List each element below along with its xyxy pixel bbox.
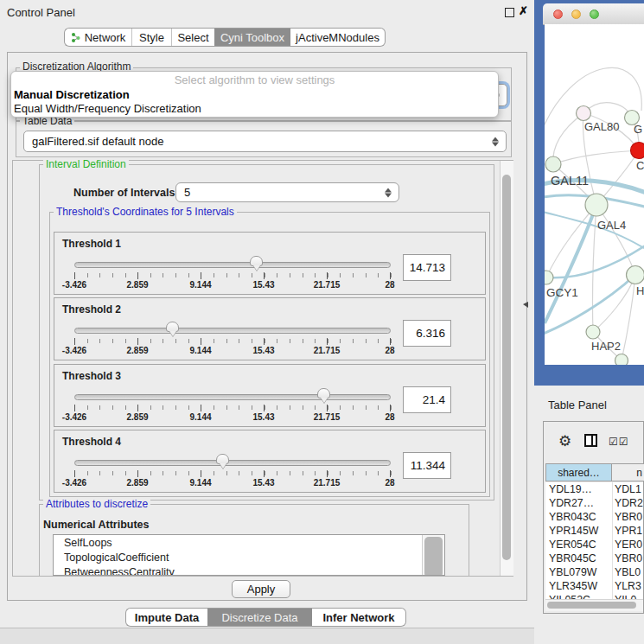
tick-label: 28 xyxy=(385,478,394,488)
table-row[interactable]: YBL079WYBL0 xyxy=(545,565,643,579)
close-traffic-light-icon[interactable] xyxy=(553,10,563,19)
slider-ticks xyxy=(74,272,392,279)
table-row[interactable]: YBR045CYBR0 xyxy=(545,552,643,565)
control-panel-window: Control Panel ✗ Network Style Select Cyn… xyxy=(0,0,535,644)
threshold-2-slider-track[interactable] xyxy=(74,328,391,334)
table-settings-gear-icon[interactable]: ⚙ xyxy=(558,432,571,450)
threshold-4-value-field[interactable]: 11.344 xyxy=(403,452,451,479)
column-header-shared-name[interactable]: shared… xyxy=(545,463,612,481)
node-selected-red[interactable] xyxy=(631,143,644,159)
table-horizontal-scrollbar[interactable] xyxy=(545,599,643,611)
tick-label: 15.43 xyxy=(252,478,274,488)
node-label-gcy1: GCY1 xyxy=(546,286,578,299)
table-scrollbar-thumb[interactable] xyxy=(547,602,636,609)
threshold-3-slider-handle[interactable] xyxy=(317,388,330,399)
tick-label: 15.43 xyxy=(252,346,274,355)
tick-label: 2.859 xyxy=(126,346,148,355)
tick-label: 9.144 xyxy=(189,412,211,422)
close-icon[interactable]: ✗ xyxy=(519,4,528,17)
tick-label: 9.144 xyxy=(189,280,211,290)
tab-cyni-toolbox[interactable]: Cyni Toolbox xyxy=(214,28,290,47)
tab-impute-data[interactable]: Impute Data xyxy=(125,608,207,627)
algorithm-dropdown-popup: Select algorithm to view settings Manual… xyxy=(10,71,499,118)
threshold-panel-1: Threshold 1 -3.426 2.859 9.144 15.43 21.… xyxy=(54,232,486,295)
threshold-1-slider-track[interactable] xyxy=(74,262,391,268)
checkbox-icons[interactable]: ☑☑ xyxy=(609,436,629,448)
threshold-3-label: Threshold 3 xyxy=(62,370,121,382)
number-of-intervals-combobox[interactable]: 5 xyxy=(175,182,399,202)
minimize-traffic-light-icon[interactable] xyxy=(571,10,581,19)
tick-label: 2.859 xyxy=(126,478,148,488)
threshold-2-value-field[interactable]: 6.316 xyxy=(403,320,451,347)
list-scrollbar[interactable] xyxy=(422,535,444,576)
list-item[interactable]: BetweennessCentrality xyxy=(54,564,444,576)
network-window-titlebar[interactable] xyxy=(543,3,644,25)
popup-item-manual-discretization[interactable]: Manual Discretization xyxy=(14,88,130,101)
threshold-2-slider-handle[interactable] xyxy=(166,322,179,332)
apply-button[interactable]: Apply xyxy=(232,580,290,598)
numerical-attributes-list: SelfLoops TopologicalCoefficient Between… xyxy=(53,534,445,576)
node-bottom[interactable] xyxy=(615,354,628,366)
network-canvas[interactable]: GAL80 G C GAL11 GAL4 GCY1 H HAP2 xyxy=(545,24,644,365)
threshold-3-value-field[interactable]: 21.4 xyxy=(403,386,451,413)
tick-label: 15.43 xyxy=(252,280,274,290)
threshold-4-label: Threshold 4 xyxy=(62,436,121,448)
popup-placeholder-item[interactable]: Select algorithm to view settings xyxy=(11,73,498,86)
tick-label: 21.715 xyxy=(314,346,341,355)
top-tab-bar: Network Style Select Cyni Toolbox jActiv… xyxy=(64,28,386,47)
scrollbar-thumb[interactable] xyxy=(502,175,511,560)
float-window-icon[interactable] xyxy=(505,8,514,17)
threshold-2-label: Threshold 2 xyxy=(62,303,121,316)
tick-label: 21.715 xyxy=(314,412,341,422)
list-scrollbar-thumb[interactable] xyxy=(424,537,443,576)
node-gal4[interactable] xyxy=(585,194,608,216)
node-h[interactable] xyxy=(627,266,644,284)
column-layout-icon[interactable] xyxy=(584,434,597,447)
node-label-partial-c: C xyxy=(636,159,644,172)
threshold-1-value-field[interactable]: 14.713 xyxy=(403,254,451,281)
tab-network[interactable]: Network xyxy=(64,28,131,47)
table-data-combobox[interactable]: galFiltered.sif default node xyxy=(23,131,507,152)
threshold-panel-2: Threshold 2 -3.426 2.859 9.144 15.43 21.… xyxy=(54,297,486,360)
tab-discretize-data[interactable]: Discretize Data xyxy=(207,608,312,627)
table-row[interactable]: YIL052CYIL0 xyxy=(545,593,643,599)
threshold-3-slider-track[interactable] xyxy=(74,394,391,400)
node-label-gal4: GAL4 xyxy=(597,219,626,232)
table-row[interactable]: YER054CYER0 xyxy=(545,538,643,552)
table-row[interactable]: YDR27…YDR2 xyxy=(545,496,643,510)
table-row[interactable]: YBR043CYBR0 xyxy=(545,510,643,524)
threshold-4-slider-handle[interactable] xyxy=(216,454,229,464)
tab-infer-network[interactable]: Infer Network xyxy=(312,608,406,627)
tab-style[interactable]: Style xyxy=(132,28,171,47)
threshold-1-slider-handle[interactable] xyxy=(250,256,263,266)
node-label-gal11: GAL11 xyxy=(551,174,589,188)
popup-item-equal-width-frequency[interactable]: Equal Width/Frequency Discretization xyxy=(14,102,201,115)
list-item[interactable]: SelfLoops xyxy=(54,535,444,550)
tick-label: 28 xyxy=(385,346,394,355)
vertical-scrollbar[interactable] xyxy=(500,161,513,576)
slider-ticks xyxy=(74,338,392,345)
tab-select[interactable]: Select xyxy=(172,28,214,47)
threshold-panel-3: Threshold 3 -3.426 2.859 9.144 15.43 21.… xyxy=(54,364,486,427)
node-gcy1[interactable] xyxy=(545,271,553,284)
zoom-traffic-light-icon[interactable] xyxy=(590,10,599,19)
numerical-attributes-label: Numerical Attributes xyxy=(43,519,149,531)
list-item[interactable]: TopologicalCoefficient xyxy=(54,550,444,564)
network-graph: GAL80 G C GAL11 GAL4 GCY1 H HAP2 xyxy=(545,24,644,365)
table-row[interactable]: YPR145WYPR1 xyxy=(545,524,643,538)
tick-label: -3.426 xyxy=(62,412,86,422)
threshold-panel-4: Threshold 4 -3.426 2.859 9.144 15.43 21.… xyxy=(54,430,486,493)
tick-label: 15.43 xyxy=(252,412,274,422)
node-hap2[interactable] xyxy=(586,325,600,339)
tick-label: 28 xyxy=(385,412,394,422)
node-gal80[interactable] xyxy=(577,106,591,121)
column-header-name[interactable]: n xyxy=(611,463,644,481)
table-row[interactable]: YLR345WYLR3 xyxy=(545,579,643,593)
tick-label: 9.144 xyxy=(189,346,211,355)
node-gal11[interactable] xyxy=(545,156,561,172)
threshold-4-slider-track[interactable] xyxy=(74,460,391,466)
table-row[interactable]: YDL19…YDL1 xyxy=(545,482,643,496)
combo-stepper-icon xyxy=(492,137,499,146)
network-icon xyxy=(71,32,80,43)
tab-jactivemnodules[interactable]: jActiveMNodules xyxy=(290,28,386,47)
